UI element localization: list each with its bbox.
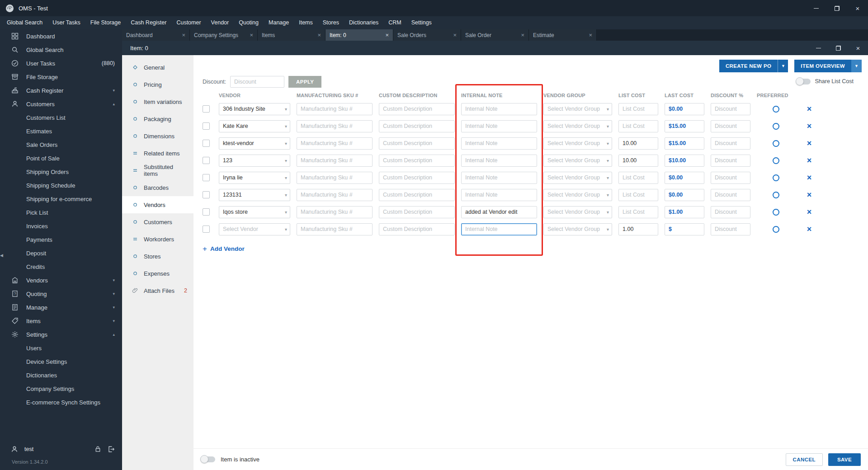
preferred-radio[interactable] [773, 106, 779, 113]
item-overview-button[interactable]: ITEM OVERVIEW [794, 60, 851, 72]
sidebar-item-user-tasks[interactable]: User Tasks(880) [0, 56, 122, 70]
sidebar-collapse-handle[interactable]: ◀ [0, 249, 5, 261]
tab-item-0[interactable]: Item: 0× [326, 29, 393, 41]
internal-note-input[interactable] [461, 172, 537, 184]
subnav-item-expenses[interactable]: Expenses [122, 265, 193, 282]
tab-close-icon[interactable]: × [449, 32, 457, 38]
vendor-select[interactable]: 123131 [219, 189, 290, 201]
preferred-radio[interactable] [773, 123, 779, 130]
menu-crm[interactable]: CRM [383, 16, 406, 29]
discount-percent-input[interactable] [711, 120, 750, 132]
vendor-group-select[interactable]: Select Vendor Group [543, 223, 612, 235]
sidebar-item-customers-list[interactable]: Customers List [0, 111, 122, 124]
sidebar-item-shipping-for-e-commerce[interactable]: Shipping for e-commerce [0, 192, 122, 206]
delete-vendor-icon[interactable]: × [801, 208, 817, 216]
sidebar-item-sale-orders[interactable]: Sale Orders [0, 138, 122, 151]
manufacturing-sku-input[interactable] [297, 172, 373, 184]
internal-note-input[interactable] [461, 120, 537, 132]
custom-description-input[interactable] [379, 120, 455, 132]
menu-dictionaries[interactable]: Dictionaries [344, 16, 383, 29]
subnav-item-general[interactable]: General [122, 59, 193, 76]
subnav-item-attach-files[interactable]: Attach Files2 [122, 282, 193, 299]
subnav-item-stores[interactable]: Stores [122, 248, 193, 265]
list-cost-input[interactable] [618, 120, 658, 132]
tab-dashboard[interactable]: Dashboard× [122, 29, 190, 41]
sidebar-item-invoices[interactable]: Invoices [0, 219, 122, 233]
list-cost-input[interactable] [618, 103, 658, 115]
sidebar-item-manage[interactable]: Manage▾ [0, 301, 122, 314]
tab-company-settings[interactable]: Company Settings× [190, 29, 258, 41]
sidebar-item-estimates[interactable]: Estimates [0, 124, 122, 138]
delete-vendor-icon[interactable]: × [801, 156, 817, 164]
create-new-po-caret[interactable]: ▼ [778, 60, 788, 72]
vendor-group-select[interactable]: Select Vendor Group [543, 206, 612, 218]
list-cost-input[interactable] [618, 189, 658, 201]
vendor-group-select[interactable]: Select Vendor Group [543, 172, 612, 184]
row-checkbox[interactable] [203, 140, 210, 147]
vendor-select[interactable]: Select Vendor [219, 223, 290, 235]
subnav-item-packaging[interactable]: Packaging [122, 110, 193, 127]
logout-icon[interactable] [108, 446, 115, 453]
delete-vendor-icon[interactable]: × [801, 105, 817, 113]
discount-percent-input[interactable] [711, 137, 750, 150]
sidebar-item-items[interactable]: Items▾ [0, 314, 122, 328]
tab-close-icon[interactable]: × [246, 32, 253, 38]
manufacturing-sku-input[interactable] [297, 137, 373, 150]
sidebar-item-payments[interactable]: Payments [0, 233, 122, 246]
list-cost-input[interactable] [618, 137, 658, 150]
row-checkbox[interactable] [203, 208, 210, 216]
subnav-item-workorders[interactable]: Workorders [122, 230, 193, 248]
tab-estimate[interactable]: Estimate× [529, 29, 597, 41]
list-cost-input[interactable] [618, 223, 658, 235]
item-restore-button[interactable] [828, 41, 848, 55]
vendor-select[interactable]: Iqos store [219, 206, 290, 218]
item-inactive-toggle[interactable] [202, 456, 215, 462]
subnav-item-substituted-items[interactable]: Substituted items [122, 162, 193, 179]
row-checkbox[interactable] [203, 105, 210, 113]
delete-vendor-icon[interactable]: × [801, 139, 817, 147]
sidebar-item-file-storage[interactable]: File Storage [0, 70, 122, 84]
menu-customer[interactable]: Customer [171, 16, 206, 29]
menu-settings[interactable]: Settings [406, 16, 437, 29]
menu-stores[interactable]: Stores [318, 16, 344, 29]
menu-cash-register[interactable]: Cash Register [126, 16, 171, 29]
custom-description-input[interactable] [379, 223, 455, 235]
minimize-button[interactable] [806, 0, 826, 16]
sidebar-item-vendors[interactable]: Vendors▾ [0, 273, 122, 287]
vendor-group-select[interactable]: Select Vendor Group [543, 155, 612, 167]
sidebar-item-point-of-sale[interactable]: Point of Sale [0, 151, 122, 165]
close-button[interactable]: × [847, 0, 868, 16]
vendor-select[interactable]: ktest-vendor [219, 137, 290, 150]
custom-description-input[interactable] [379, 103, 455, 115]
sidebar-item-settings[interactable]: Settings▴ [0, 328, 122, 341]
subnav-item-barcodes[interactable]: Barcodes [122, 179, 193, 196]
subnav-item-related-items[interactable]: Related items [122, 145, 193, 162]
custom-description-input[interactable] [379, 137, 455, 150]
internal-note-input[interactable] [461, 155, 537, 167]
row-checkbox[interactable] [203, 226, 210, 233]
tab-close-icon[interactable]: × [178, 32, 185, 38]
tab-items[interactable]: Items× [258, 29, 326, 41]
sidebar-item-credits[interactable]: Credits [0, 260, 122, 273]
custom-description-input[interactable] [379, 189, 455, 201]
manufacturing-sku-input[interactable] [297, 223, 373, 235]
subnav-item-customers[interactable]: Customers [122, 213, 193, 230]
custom-description-input[interactable] [379, 172, 455, 184]
tab-sale-orders[interactable]: Sale Orders× [393, 29, 461, 41]
preferred-radio[interactable] [773, 157, 779, 164]
vendor-group-select[interactable]: Select Vendor Group [543, 120, 612, 132]
discount-percent-input[interactable] [711, 206, 750, 218]
menu-user-tasks[interactable]: User Tasks [47, 16, 85, 29]
custom-description-input[interactable] [379, 155, 455, 167]
vendor-select[interactable]: Iryna lie [219, 172, 290, 184]
manufacturing-sku-input[interactable] [297, 189, 373, 201]
vendor-group-select[interactable]: Select Vendor Group [543, 137, 612, 150]
menu-vendor[interactable]: Vendor [206, 16, 234, 29]
tab-sale-order[interactable]: Sale Order× [461, 29, 529, 41]
menu-quoting[interactable]: Quoting [234, 16, 264, 29]
menu-file-storage[interactable]: File Storage [85, 16, 126, 29]
list-cost-input[interactable] [618, 155, 658, 167]
tab-close-icon[interactable]: × [517, 32, 524, 38]
preferred-radio[interactable] [773, 192, 779, 198]
subnav-item-dimensions[interactable]: Dimensions [122, 127, 193, 145]
